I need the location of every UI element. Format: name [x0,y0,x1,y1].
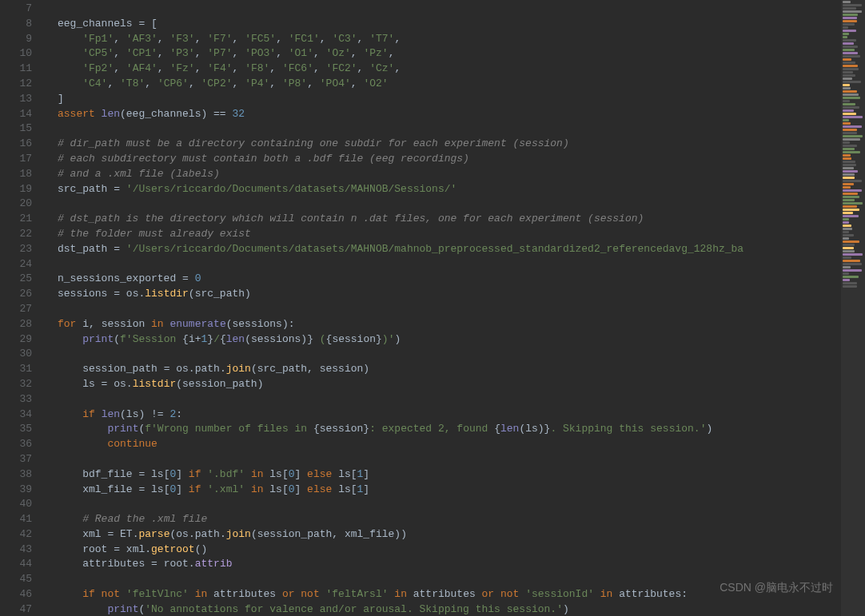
code-line[interactable]: src_path = '/Users/riccardo/Documents/da… [42,182,841,197]
token-op: = [138,468,151,480]
code-line[interactable]: 'C4', 'T8', 'CP6', 'CP2', 'P4', 'P8', 'P… [42,77,841,92]
token-op: (src_path) [189,288,251,300]
code-line[interactable]: for i, session in enumerate(sessions): [42,317,841,332]
code-line[interactable]: attributes = root.attrib [42,557,841,572]
minimap-line [843,122,851,125]
code-line[interactable]: 'Fp2', 'AF4', 'Fz', 'F4', 'F8', 'FC6', '… [42,62,841,77]
minimap-line [843,237,849,240]
code-area[interactable]: eeg_channels = [ 'Fp1', 'AF3', 'F3', 'F7… [42,0,841,616]
code-line[interactable]: eeg_channels = [ [42,17,841,32]
token-kw: continue [107,438,157,450]
code-line[interactable]: # each subdirectory must contain both a … [42,152,841,167]
code-line[interactable]: root = xml.getroot() [42,542,841,558]
code-line[interactable]: # dst_path is the directory which will c… [42,212,841,227]
code-line[interactable]: if len(ls) != 2: [42,407,841,423]
code-line[interactable]: # the folder must already exist [42,227,841,242]
code-line[interactable]: 'CP5', 'CP1', 'P3', 'P7', 'PO3', 'O1', '… [42,46,841,62]
code-editor[interactable]: 7891011121314151617181920212223242526272… [0,0,841,616]
minimap-line [843,151,860,153]
code-line[interactable]: print('No annotations for valence and/or… [42,602,841,616]
token-op: } [307,333,313,345]
code-line[interactable] [42,2,841,17]
token-str: 'O1' [289,47,313,59]
code-line[interactable] [42,121,841,137]
code-line[interactable]: ] [42,92,841,107]
minimap-line [843,154,851,157]
token-kw: or not [282,588,326,600]
line-number: 45 [0,572,32,587]
code-line[interactable]: print(f'Wrong number of files in {sessio… [42,422,841,437]
line-number: 39 [0,483,32,498]
code-line[interactable] [42,497,841,512]
token-fn: listdir [133,378,177,390]
code-line[interactable]: # Read the .xml file [42,512,841,527]
token-kw: in [151,318,169,330]
token-op: , [233,62,245,74]
code-line[interactable]: # and a .xml file (labels) [42,167,841,182]
minimap[interactable] [841,0,865,616]
token-op: , [269,77,282,89]
code-line[interactable]: continue [42,437,841,452]
token-op: , [389,47,395,59]
minimap-line [843,145,857,147]
token-op: , [357,62,370,74]
token-fn: listdir [145,288,189,300]
watermark-text: CSDN @脑电永不过时 [720,581,833,595]
token-op: , [351,47,364,59]
code-line[interactable]: ls = os.listdir(session_path) [42,377,841,392]
code-line[interactable]: sessions = os.listdir(src_path) [42,287,841,302]
minimap-line [843,148,855,150]
code-line[interactable]: assert len(eeg_channels) == 32 [42,107,841,122]
token-op: , [357,33,370,45]
token-op: ] [363,483,369,495]
code-line[interactable]: n_sessions_exported = 0 [42,272,841,287]
line-number: 46 [0,587,32,602]
token-cmt: # each subdirectory must contain both a … [58,153,469,165]
minimap-line [843,164,856,166]
code-line[interactable]: 'Fp1', 'AF3', 'F3', 'F7', 'FC5', 'FC1', … [42,32,841,47]
minimap-line [843,221,849,224]
token-ident: dst_path [58,243,114,255]
token-str: 'FC2' [326,62,357,74]
line-number: 11 [0,62,32,77]
line-number: 25 [0,272,32,287]
code-line[interactable] [42,302,841,317]
code-line[interactable]: xml_file = ls[0] if '.xml' in ls[0] else… [42,483,841,498]
minimap-line [843,68,859,70]
code-line[interactable] [42,347,841,362]
token-op [58,513,82,525]
minimap-line [843,199,855,201]
minimap-line [843,65,858,67]
code-line[interactable]: session_path = os.path.join(src_path, se… [42,362,841,377]
token-op: , [313,62,326,74]
minimap-line [843,10,862,13]
token-op: , [233,33,245,45]
code-line[interactable]: # dir_path must be a directory containin… [42,137,841,152]
token-str: 'F8' [245,62,269,74]
token-op: , [195,62,208,74]
code-line[interactable]: xml = ET.parse(os.path.join(session_path… [42,527,841,542]
token-op: , [233,47,245,59]
code-line[interactable] [42,257,841,272]
token-ident: attributes: [619,588,688,600]
line-number: 40 [0,497,32,512]
token-str: 'P3' [169,47,194,59]
token-ident: ET [120,528,133,540]
token-op: = [114,183,126,195]
code-line[interactable]: bdf_file = ls[0] if '.bdf' in ls[0] else… [42,467,841,483]
token-str: . Skipping this session.' [550,423,706,435]
minimap-line [843,183,854,185]
token-op: (ls) [519,423,544,435]
token-op: ] [176,483,189,495]
code-line[interactable]: print(f'Session {i+1}/{len(sessions)} ({… [42,332,841,348]
token-str: 'F3' [169,33,194,45]
code-line[interactable] [42,197,841,212]
line-number: 36 [0,437,32,452]
token-op: . [220,363,226,375]
token-cmt: # and a .xml file (labels) [58,168,220,180]
minimap-line [843,71,853,74]
code-line[interactable]: dst_path = '/Users/riccardo/Documents/da… [42,242,841,257]
code-line[interactable] [42,392,841,407]
code-line[interactable] [42,452,841,467]
token-builtin: enumerate [169,318,225,330]
